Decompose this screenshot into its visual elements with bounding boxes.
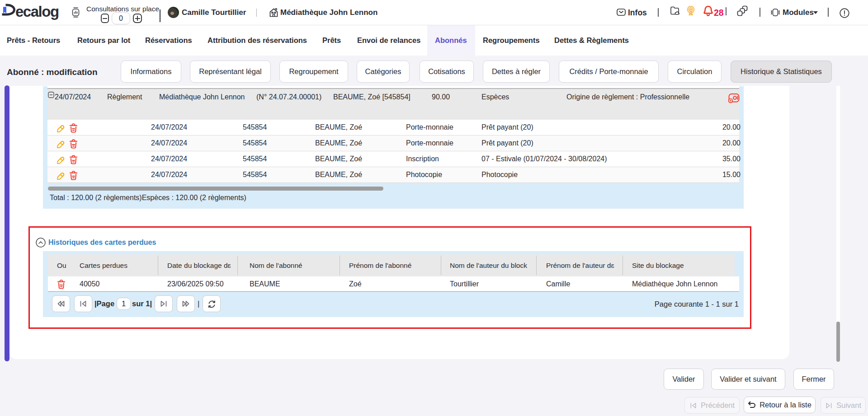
svg-text:ecalog: ecalog [15,3,59,20]
